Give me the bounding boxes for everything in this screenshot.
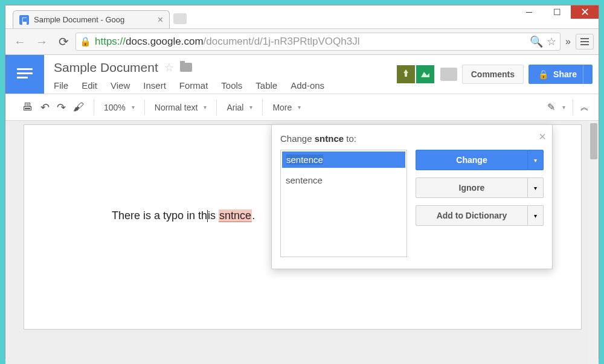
spellcheck-prompt: Change sntnce to: — [280, 133, 544, 144]
spellcheck-dialog: × Change sntnce to: sentence sentence Ch… — [271, 124, 553, 269]
ignore-button[interactable]: Ignore — [416, 177, 528, 198]
back-button[interactable]: ← — [10, 32, 30, 51]
window-close-button[interactable]: ✕ — [571, 5, 599, 19]
zoom-value: 100% — [104, 103, 126, 112]
menu-table[interactable]: Table — [255, 80, 277, 91]
document-text[interactable]: There is a typo in this sntnce. — [112, 209, 255, 222]
collapse-toolbar-icon[interactable]: ︽ — [580, 102, 589, 113]
prompt-prefix: Change — [280, 133, 315, 144]
share-button[interactable]: 🔒 Share — [528, 65, 586, 84]
share-label: Share — [553, 69, 577, 79]
reload-button[interactable]: ⟳ — [54, 32, 73, 51]
style-value: Normal text — [155, 103, 198, 112]
document-title[interactable]: Sample Document — [54, 60, 158, 75]
prompt-word: sntnce — [315, 133, 344, 144]
menu-addons[interactable]: Add-ons — [291, 80, 324, 91]
search-icon[interactable]: 🔍 — [530, 35, 543, 48]
browser-tab[interactable]: Sample Document - Goog × — [13, 10, 170, 28]
suggestions-panel: sentence sentence — [280, 150, 407, 257]
star-icon[interactable]: ☆ — [164, 61, 174, 74]
tab-close-icon[interactable]: × — [158, 14, 163, 25]
forward-button[interactable]: → — [32, 32, 51, 51]
address-bar[interactable]: 🔒 https://docs.google.com/document/d/1j-… — [76, 33, 561, 51]
redo-icon[interactable]: ↷ — [57, 101, 66, 114]
suggestion-item[interactable]: sentence — [281, 169, 406, 191]
window-maximize-button[interactable]: ☐ — [543, 5, 571, 19]
change-dropdown[interactable]: ▾ — [528, 150, 544, 170]
chat-icon[interactable] — [440, 68, 457, 81]
presence-avatars — [397, 65, 434, 83]
url-host: docs.google.com — [126, 36, 204, 48]
menu-bar: File Edit View Insert Format Tools Table… — [54, 80, 397, 91]
suggestion-input[interactable]: sentence — [282, 152, 405, 168]
url-path: /document/d/1j-nR3PRtlpVOQh3Jl — [204, 36, 360, 48]
menu-insert[interactable]: Insert — [143, 80, 166, 91]
editing-mode-dropdown[interactable]: ▾ — [562, 104, 565, 110]
bookmark-star-icon[interactable]: ☆ — [547, 35, 556, 48]
lock-icon: 🔒 — [538, 69, 548, 79]
overflow-button[interactable]: » — [563, 36, 573, 47]
browser-toolbar: ← → ⟳ 🔒 https://docs.google.com/document… — [5, 28, 599, 55]
close-icon[interactable]: × — [539, 130, 546, 144]
add-to-dictionary-button[interactable]: Add to Dictionary — [416, 205, 528, 226]
font-value: Arial — [226, 103, 243, 112]
text-run: . — [252, 209, 255, 222]
folder-icon[interactable] — [180, 63, 192, 72]
change-button[interactable]: Change — [416, 150, 528, 170]
paint-format-icon[interactable]: 🖌 — [73, 101, 84, 113]
zoom-dropdown[interactable]: 100%▾ — [97, 94, 142, 120]
menu-format[interactable]: Format — [179, 80, 208, 91]
share-dropdown[interactable] — [583, 65, 593, 84]
comments-button[interactable]: Comments — [462, 65, 524, 84]
docs-header: Sample Document ☆ File Edit View Insert … — [5, 55, 599, 94]
menu-edit[interactable]: Edit — [82, 80, 97, 91]
vertical-scrollbar[interactable] — [589, 121, 599, 364]
browser-tabstrip: Sample Document - Goog × — [13, 9, 187, 28]
lock-icon: 🔒 — [80, 36, 91, 47]
text-run: There is a typo in th — [112, 209, 207, 222]
menu-file[interactable]: File — [54, 80, 68, 91]
undo-icon[interactable]: ↶ — [40, 101, 50, 114]
docs-favicon-icon — [19, 15, 29, 25]
presence-avatar-2[interactable] — [416, 65, 434, 83]
font-dropdown[interactable]: Arial▾ — [219, 94, 260, 120]
menu-view[interactable]: View — [111, 80, 130, 91]
docs-logo-icon[interactable] — [5, 55, 44, 94]
document-canvas: There is a typo in this sntnce. × Change… — [5, 121, 599, 364]
more-dropdown[interactable]: More▾ — [265, 94, 308, 120]
url-protocol: https:// — [95, 36, 126, 48]
docs-toolbar: 🖶 ↶ ↷ 🖌 100%▾ Normal text▾ Arial▾ More▾ — [5, 94, 599, 121]
window-minimize-button[interactable]: ─ — [515, 5, 543, 19]
tab-title: Sample Document - Goog — [34, 15, 124, 24]
editing-mode-icon[interactable]: ✎ — [547, 101, 555, 113]
misspelled-word[interactable]: sntnce — [219, 209, 252, 222]
scrollbar-thumb[interactable] — [590, 123, 597, 159]
menu-tools[interactable]: Tools — [221, 80, 242, 91]
more-label: More — [272, 103, 292, 112]
browser-window: ─ ☐ ✕ Sample Document - Goog × ← → ⟳ 🔒 h… — [5, 5, 599, 359]
text-run: is — [208, 209, 219, 222]
new-tab-button[interactable] — [173, 13, 187, 24]
presence-avatar-1[interactable] — [397, 65, 415, 83]
ignore-dropdown[interactable]: ▾ — [528, 177, 544, 198]
prompt-suffix: to: — [344, 133, 356, 144]
paragraph-style-dropdown[interactable]: Normal text▾ — [147, 94, 214, 120]
print-icon[interactable]: 🖶 — [22, 101, 33, 113]
add-to-dictionary-dropdown[interactable]: ▾ — [528, 205, 544, 226]
browser-menu-button[interactable] — [576, 34, 594, 49]
